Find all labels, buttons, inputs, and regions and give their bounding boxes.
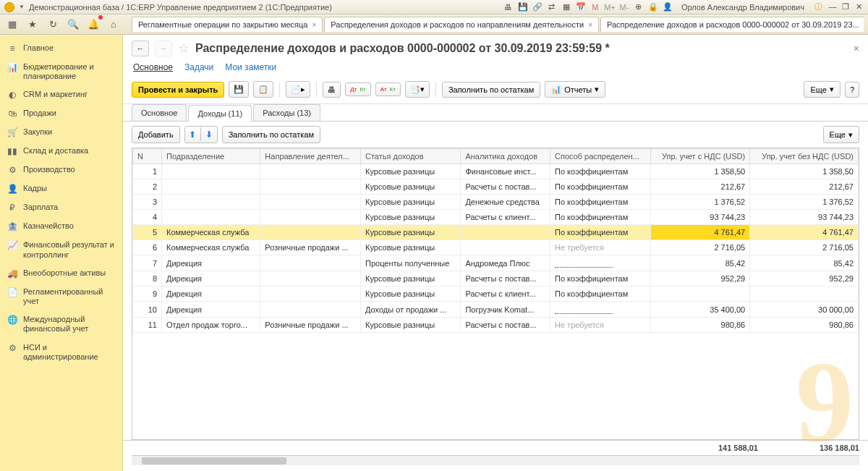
favorite-star-icon[interactable]: ☆ xyxy=(178,41,190,56)
total-with-vat: 141 588,01 xyxy=(657,444,758,452)
more-button[interactable]: Еще ▾ xyxy=(804,81,840,98)
lock-icon[interactable]: 🔒 xyxy=(648,2,658,12)
post-button[interactable]: 📋 xyxy=(253,81,273,98)
tab-close-icon[interactable]: × xyxy=(588,21,592,29)
table-row[interactable]: 3Курсовые разницыДенежные средстваПо коэ… xyxy=(133,195,859,210)
close-page-icon[interactable]: × xyxy=(854,43,859,54)
save-button[interactable]: 💾 xyxy=(229,81,249,98)
column-header[interactable]: Упр. учет с НДС (USD) xyxy=(650,149,749,164)
table-row[interactable]: 1Курсовые разницыФинансовые инст...По ко… xyxy=(133,164,859,179)
calc-icon[interactable]: ▦ xyxy=(561,2,571,12)
save-icon[interactable]: 💾 xyxy=(518,2,528,12)
column-header[interactable]: Упр. учет без НДС (USD) xyxy=(750,149,859,164)
column-header[interactable]: Способ распределен... xyxy=(550,149,651,164)
search-icon[interactable]: 🔍 xyxy=(65,17,81,33)
document-tab[interactable]: Распределение доходов и расходов 0000-00… xyxy=(600,17,864,32)
column-header[interactable]: N xyxy=(133,149,162,164)
data-table-wrapper[interactable]: NПодразделениеНаправление деятел...Стать… xyxy=(132,148,859,440)
m-label[interactable]: M xyxy=(590,2,600,12)
sidebar-item[interactable]: 📊Бюджетирование и планирование xyxy=(0,58,122,85)
sidebar-item[interactable]: 👤Кадры xyxy=(0,179,122,198)
sidebar-item[interactable]: ₽Зарплата xyxy=(0,198,122,217)
column-header[interactable]: Направление деятел... xyxy=(260,149,361,164)
fill-by-remains-button[interactable]: Заполнить по остаткам xyxy=(442,82,540,98)
minimize-button[interactable]: — xyxy=(827,2,838,12)
sidebar-icon: ₽ xyxy=(7,203,17,213)
sidebar-item[interactable]: 🌐Международный финансовый учет xyxy=(0,310,122,338)
add-row-button[interactable]: Добавить xyxy=(132,126,180,143)
table-row[interactable]: 6Коммерческая службаРозничные продажи ..… xyxy=(133,240,859,255)
fill-by-remains-button-2[interactable]: Заполнить по остаткам xyxy=(222,126,320,143)
table-row[interactable]: 11Отдел продаж торго...Розничные продажи… xyxy=(133,318,859,333)
inner-tab[interactable]: Доходы (11) xyxy=(188,105,252,122)
subnav-tasks[interactable]: Задачи xyxy=(184,62,213,72)
app-orb-icon[interactable] xyxy=(4,2,14,12)
inner-tab[interactable]: Расходы (13) xyxy=(253,104,320,121)
calendar-icon[interactable]: 📅 xyxy=(576,2,586,12)
table-row[interactable]: 5Коммерческая службаКурсовые разницыПо к… xyxy=(133,225,859,240)
back-button[interactable]: ← xyxy=(132,41,149,56)
sidebar-item[interactable]: ⚙НСИ и администрирование xyxy=(0,339,122,366)
history-icon[interactable]: ↻ xyxy=(45,17,61,33)
print-icon[interactable]: 🖶 xyxy=(503,2,514,12)
column-header[interactable]: Аналитика доходов xyxy=(461,149,550,164)
inner-tab[interactable]: Основное xyxy=(132,104,187,121)
reports-button[interactable]: 📊 Отчеты ▾ xyxy=(545,81,605,98)
m-plus-label[interactable]: M+ xyxy=(605,2,615,12)
help-button[interactable]: ? xyxy=(845,82,859,98)
sidebar-item[interactable]: 📈Финансовый результат и контроллинг xyxy=(0,236,122,263)
horizontal-scrollbar[interactable] xyxy=(132,455,859,465)
table-row[interactable]: 9ДирекцияКурсовые разницыРасчеты с клиен… xyxy=(133,287,859,302)
sidebar-item[interactable]: ◐CRM и маркетинг xyxy=(0,85,122,104)
sidebar-item[interactable]: ≡Главное xyxy=(0,39,122,58)
totals-row: 141 588,01 136 188,01 xyxy=(123,440,868,455)
table-row[interactable]: 10ДирекцияДоходы от продажи ...Погрузчик… xyxy=(133,302,859,318)
orb-dropdown-icon[interactable]: ▼ xyxy=(19,4,25,10)
close-button[interactable]: ✕ xyxy=(854,2,864,12)
sidebar-item[interactable]: 🛒Закупки xyxy=(0,123,122,142)
sidebar-item[interactable]: 🚚Внеоборотные активы xyxy=(0,264,122,283)
m-minus-label[interactable]: M- xyxy=(619,2,629,12)
subnav-main[interactable]: Основное xyxy=(133,62,173,72)
print-button[interactable]: 🖶 xyxy=(323,82,341,98)
sidebar-icon: ⚙ xyxy=(7,165,17,175)
sidebar-icon: 🌐 xyxy=(7,315,17,325)
subnav-notes[interactable]: Мои заметки xyxy=(225,62,276,72)
zoom-icon[interactable]: ⊕ xyxy=(634,2,644,12)
forward-button[interactable]: → xyxy=(155,41,172,56)
star-icon[interactable]: ★ xyxy=(25,17,41,33)
apps-icon[interactable]: ▦ xyxy=(4,17,20,33)
move-down-button[interactable]: ⬇ xyxy=(201,127,217,143)
user-name[interactable]: Орлов Александр Владимирович xyxy=(681,3,804,12)
document-tab[interactable]: Регламентные операции по закрытию месяца… xyxy=(132,17,323,32)
create-based-on-button[interactable]: 📄▸ xyxy=(286,81,310,98)
structure-button[interactable]: 📑▾ xyxy=(405,81,430,98)
post-and-close-button[interactable]: Провести и закрыть xyxy=(132,82,224,98)
compare-icon[interactable]: ⇄ xyxy=(547,2,557,12)
table-row[interactable]: 8ДирекцияКурсовые разницыРасчеты с поста… xyxy=(133,271,859,287)
home-icon[interactable]: ⌂ xyxy=(106,17,122,33)
link-icon[interactable]: 🔗 xyxy=(532,2,542,12)
sidebar-label: Казначейство xyxy=(23,221,74,231)
at-kt-button[interactable]: АтКт xyxy=(375,82,401,96)
sidebar-item[interactable]: 📄Регламентированный учет xyxy=(0,283,122,310)
table-row[interactable]: 2Курсовые разницыРасчеты с постав...По к… xyxy=(133,179,859,195)
restore-button[interactable]: ❐ xyxy=(841,2,851,12)
table-row[interactable]: 4Курсовые разницыРасчеты с клиент...По к… xyxy=(133,210,859,225)
table-more-button[interactable]: Еще ▾ xyxy=(823,126,859,143)
sidebar-item[interactable]: 🏦Казначейство xyxy=(0,217,122,236)
info-icon[interactable]: ⓘ xyxy=(813,2,823,12)
dt-kt-button[interactable]: ДтКт xyxy=(345,82,370,96)
document-tab[interactable]: Распределения доходов и расходов по напр… xyxy=(324,17,599,32)
bell-icon[interactable]: 🔔 xyxy=(85,17,101,33)
sidebar-item[interactable]: ▮▮Склад и доставка xyxy=(0,142,122,161)
sidebar-icon: 📊 xyxy=(7,62,17,72)
move-up-button[interactable]: ⬆ xyxy=(185,127,201,143)
tab-close-icon[interactable]: × xyxy=(312,21,316,29)
column-header[interactable]: Статья доходов xyxy=(361,149,461,164)
table-row[interactable]: 7ДирекцияПроценты полученныеАндромеда Пл… xyxy=(133,255,859,271)
column-header[interactable]: Подразделение xyxy=(162,149,260,164)
action-bar: Провести и закрыть 💾 📋 📄▸ 🖶 ДтКт АтКт 📑▾… xyxy=(123,78,868,104)
sidebar-item[interactable]: 🛍Продажи xyxy=(0,104,122,123)
sidebar-item[interactable]: ⚙Производство xyxy=(0,161,122,179)
